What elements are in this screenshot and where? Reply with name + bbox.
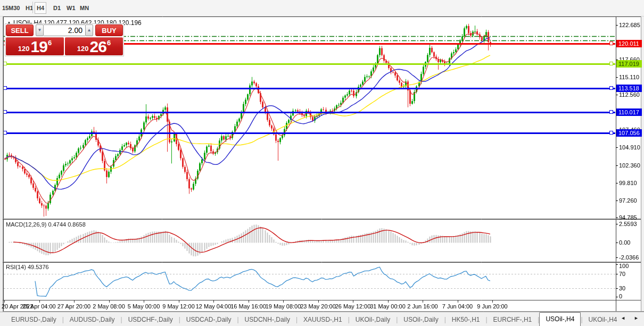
sell-quote[interactable]: 120 19 6 [6,37,64,55]
macd-axis-tick: -2.0366 [619,254,639,261]
price-axis-tick: 94.785 [619,214,637,221]
time-axis-label: 2 Jun 16:00 [407,303,438,310]
sell-quote-sup: 6 [48,39,52,47]
time-axis-label: 12 May 04:00 [196,303,232,310]
time-axis-label: 19 May 08:00 [266,303,301,310]
tab-usdchf-daily[interactable]: USDCHF-,Daily [122,314,179,325]
price-level-badge: 120.011 [616,40,642,47]
price-level-badge: 113.518 [616,85,642,92]
toolbar-separator [32,2,33,13]
volume-decrease-icon[interactable]: ▼ [36,24,44,36]
tab-usdcad-daily[interactable]: USDCAD-,Daily [180,314,237,325]
price-axis-tick: 122.685 [619,22,640,28]
buy-button[interactable]: BUY [95,24,123,36]
macd-axis-tick: 0.00 [619,239,630,246]
sell-quote-prefix: 120 [18,45,30,53]
buy-quote-main: 26 [90,38,106,56]
tab-usoil-daily[interactable]: USOil-,Daily [398,314,444,325]
time-axis-label: 26 May 12:00 [335,303,371,310]
rsi-axis-tick: 0 [619,293,622,299]
time-axis-label: 25 Apr 04:00 [22,303,55,310]
tab-scroll-left-icon[interactable]: ◄ [621,315,625,321]
time-axis-label: 27 Apr 20:00 [57,303,90,310]
tab-eurusd-daily[interactable]: EURUSD-,Daily [5,314,62,325]
buy-quote-sup: 6 [107,39,111,47]
tab-hk50-h1[interactable]: HK50-,H1 [446,314,486,325]
price-axis-tick: 102.360 [619,162,640,169]
time-axis-label: 9 Jun 20:00 [477,303,508,310]
volume-stepper: ▼ 2.00 ▲ [36,24,93,36]
sell-button[interactable]: SELL [6,24,34,36]
time-axis-label: 9 May 12:00 [162,303,195,310]
tab-scroll-right-icon[interactable]: ► [634,315,639,321]
timeframe-button-m30[interactable]: M30 [6,2,22,14]
chart-tab-bar: EURUSD-,Daily|AUDUSD-,Daily|USDCHF-,Dail… [0,312,644,326]
rsi-axis-tick: 100 [619,263,629,269]
price-level-badge: 107.056 [616,129,642,137]
timeframe-toolbar: 15M30H1H4D1W1MN [0,0,644,16]
time-axis-label: 2 May 08:00 [93,303,125,310]
macd-label: MACD(12,26,9) 0.4744 0.8658 [6,221,86,228]
price-axis-tick: 112.560 [619,91,640,98]
rsi-label: RSI(14) 49.5376 [6,264,49,270]
price-level-badge: 117.019 [616,60,642,68]
volume-input[interactable]: 2.00 [44,24,85,36]
timeframe-button-h1[interactable]: H1 [23,2,35,14]
price-level-badge: 110.017 [616,108,642,116]
price-axis-tick: 104.910 [619,144,640,151]
tab-audusd-daily[interactable]: AUDUSD-,Daily [64,314,121,325]
timeframe-button-h4[interactable]: H4 [35,2,46,14]
price-axis-tick: 97.260 [619,197,637,204]
time-axis-label: 7 Jun 04:00 [442,303,473,310]
tab-ukoil-daily[interactable]: UKOil-,Daily [350,314,396,325]
tab-xauusd-h1[interactable]: XAUUSD-,H1 [298,314,348,325]
trading-terminal: { "toolbar": { "timeframes": [ {"label":… [0,0,644,326]
timeframe-button-d1[interactable]: D1 [51,2,63,14]
buy-quote-prefix: 120 [77,45,89,53]
tab-eurchf-h1[interactable]: EURCHF-,H1 [488,314,538,325]
macd-axis-tick: 2.5593 [619,221,637,227]
tab-usoil-h4[interactable]: USOil-,H4 [539,312,581,326]
buy-quote[interactable]: 120 26 6 [65,37,123,55]
one-click-trading-panel: SELL ▼ 2.00 ▲ BUY 120 19 6 120 26 6 [5,23,124,56]
tab-usdcnh-daily[interactable]: USDCNH-,Daily [239,314,296,325]
tab-ukoil-h4[interactable]: UKOil-,H4 [583,314,623,325]
tab-scroll-controls: ◄ ► [621,315,639,321]
rsi-axis-tick: 30 [619,285,625,291]
time-axis-label: 5 May 00:00 [128,303,160,310]
volume-increase-icon[interactable]: ▲ [85,24,93,36]
sell-quote-main: 19 [31,38,47,56]
timeframe-button-mn[interactable]: MN [78,2,91,14]
time-axis-label: 31 May 00:00 [370,303,406,310]
price-axis-tick: 115.110 [619,74,639,80]
timeframe-button-w1[interactable]: W1 [64,2,78,14]
time-axis-label: 16 May 16:00 [230,303,266,310]
rsi-axis-tick: 70 [619,271,625,277]
time-axis-label: 23 May 20:00 [300,303,336,310]
price-axis-tick: 99.810 [619,180,637,186]
